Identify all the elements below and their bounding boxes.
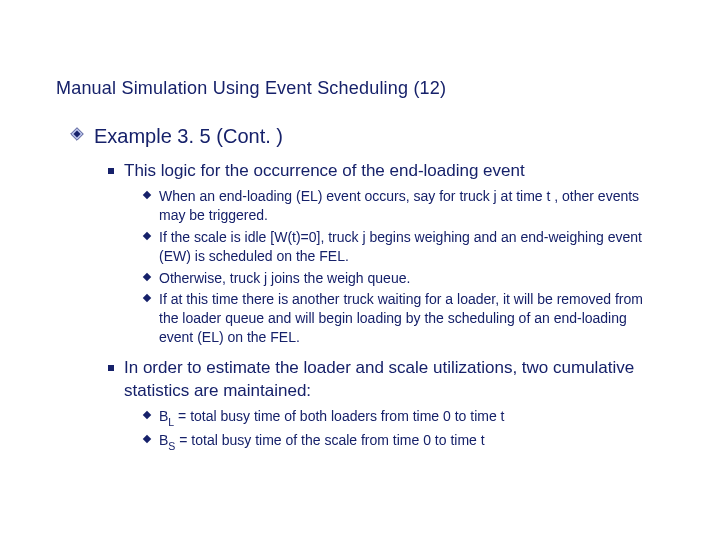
bullet-level2: In order to estimate the loader and scal…: [108, 357, 664, 403]
stat-bl-rest: = total busy time of both loaders from t…: [174, 408, 504, 424]
level3-text: If the scale is idle [W(t)=0], truck j b…: [159, 228, 664, 266]
level3-text: If at this time there is another truck w…: [159, 290, 664, 347]
bullet-level3: BL = total busy time of both loaders fro…: [144, 407, 664, 428]
bullet-level2: This logic for the occurrence of the end…: [108, 160, 664, 183]
level3-text: BS = total busy time of the scale from t…: [159, 431, 485, 452]
bullet-level3: If the scale is idle [W(t)=0], truck j b…: [144, 228, 664, 266]
level1-text: Example 3. 5 (Cont. ): [94, 123, 283, 150]
level2-text: This logic for the occurrence of the end…: [124, 160, 525, 183]
stat-bl-sub: L: [168, 416, 174, 428]
diamond-dot-icon: [143, 231, 151, 239]
diamond-dot-icon: [143, 411, 151, 419]
square-icon: [108, 168, 114, 174]
bullet-level3: BS = total busy time of the scale from t…: [144, 431, 664, 452]
stat-bs-prefix: B: [159, 432, 168, 448]
diamond-dot-icon: [143, 294, 151, 302]
bullet-level3: If at this time there is another truck w…: [144, 290, 664, 347]
diamond-dot-icon: [143, 435, 151, 443]
level3-text: When an end-loading (EL) event occurs, s…: [159, 187, 664, 225]
level3-text: Otherwise, truck j joins the weigh queue…: [159, 269, 410, 288]
level3-text: BL = total busy time of both loaders fro…: [159, 407, 505, 428]
diamond-dot-icon: [143, 191, 151, 199]
stat-bl-prefix: B: [159, 408, 168, 424]
diamond-dot-icon: [143, 272, 151, 280]
bullet-level3: When an end-loading (EL) event occurs, s…: [144, 187, 664, 225]
stat-bs-rest: = total busy time of the scale from time…: [175, 432, 484, 448]
bullet-level3: Otherwise, truck j joins the weigh queue…: [144, 269, 664, 288]
level2-text: In order to estimate the loader and scal…: [124, 357, 664, 403]
bullet-level1: Example 3. 5 (Cont. ): [70, 123, 664, 150]
diamond-icon: [70, 127, 84, 141]
slide: Manual Simulation Using Event Scheduling…: [0, 0, 720, 540]
square-icon: [108, 365, 114, 371]
stat-bs-sub: S: [168, 440, 175, 452]
slide-title: Manual Simulation Using Event Scheduling…: [56, 78, 664, 99]
